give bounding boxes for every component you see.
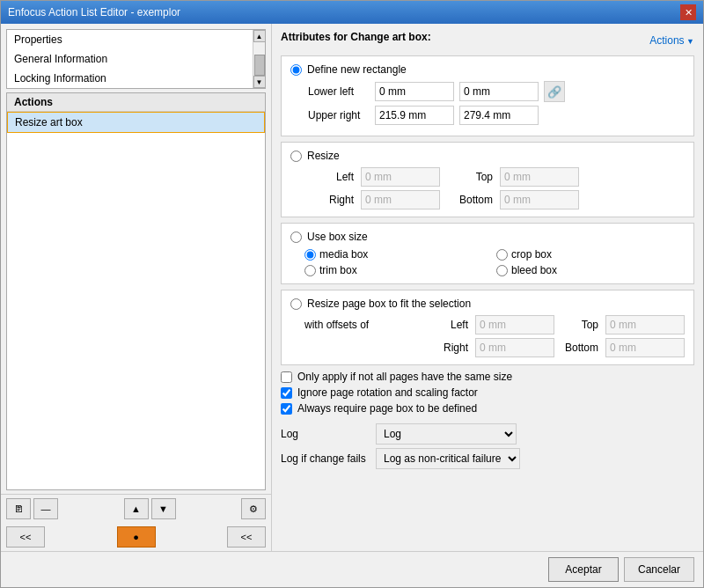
- toolbar-group-right: ⚙: [241, 498, 266, 519]
- upper-right-row: Upper right: [308, 106, 685, 125]
- prop-item-properties[interactable]: Properties: [7, 30, 253, 49]
- log-select[interactable]: Log Ignore Warning Error: [376, 423, 517, 445]
- checkbox-label-0: Only apply if not all pages have the sam…: [297, 371, 512, 383]
- bleed-box-label: bleed box: [511, 264, 557, 276]
- offset-right-label: Right: [428, 342, 472, 354]
- trim-box-option: trim box: [304, 264, 493, 276]
- left-bottom-toolbar: 🖹 — ▲ ▼ ⚙: [1, 494, 271, 523]
- trim-box-label: trim box: [319, 264, 357, 276]
- offset-top-input[interactable]: [605, 315, 685, 334]
- use-box-radio-row: Use box size: [290, 231, 685, 243]
- close-button[interactable]: ✕: [680, 4, 696, 20]
- resize-label: Resize: [307, 150, 340, 162]
- offset-left-label: Left: [428, 319, 472, 331]
- right-panel: Attributes for Change art box: Actions D…: [272, 24, 703, 551]
- resize-right-input[interactable]: [361, 190, 440, 209]
- lower-left-row: Lower left 🔗: [308, 81, 685, 102]
- resize-page-box-section: Resize page box to fit the selection wit…: [281, 290, 694, 365]
- scroll-thumb[interactable]: [254, 55, 265, 76]
- main-content: Properties General Information Locking I…: [1, 24, 703, 551]
- nav-orange-button[interactable]: ●: [117, 526, 156, 548]
- left-panel: Properties General Information Locking I…: [1, 24, 272, 551]
- action-item-resize-art-box[interactable]: Resize art box: [7, 112, 265, 133]
- prop-item-locking[interactable]: Locking Information: [7, 69, 253, 88]
- log-if-fail-row: Log if change fails Log as non-critical …: [281, 448, 694, 469]
- scroll-up-arrow[interactable]: ▲: [253, 30, 266, 42]
- resize-page-radio[interactable]: [290, 298, 302, 310]
- crop-box-label: crop box: [511, 248, 552, 261]
- log-if-fail-label: Log if change fails: [281, 452, 369, 465]
- actions-link[interactable]: Actions: [649, 34, 694, 47]
- toolbar-group-left: 🖹 —: [6, 498, 58, 519]
- checkbox-row-2: Always require page box to be defined: [281, 402, 694, 415]
- right-label: Right: [304, 194, 357, 206]
- top-label: Top: [444, 171, 496, 183]
- title-bar: Enfocus Action List Editor - exemplor ✕: [1, 1, 703, 24]
- trim-box-radio[interactable]: [304, 265, 316, 276]
- lower-left-label: Lower left: [308, 85, 370, 98]
- offset-right-input[interactable]: [475, 338, 554, 357]
- panel-title: Attributes for Change art box:: [281, 31, 431, 43]
- checkbox-0[interactable]: [281, 371, 292, 383]
- upper-right-y-input[interactable]: [459, 106, 539, 125]
- dialog-buttons: Aceptar Cancelar: [1, 551, 703, 587]
- move-down-button[interactable]: ▼: [151, 498, 176, 519]
- use-box-radio[interactable]: [290, 232, 302, 243]
- main-window: Enfocus Action List Editor - exemplor ✕ …: [0, 0, 704, 588]
- define-rect-section: Define new rectangle Lower left 🔗 Upper …: [281, 55, 694, 136]
- box-options: media box crop box trim box bleed b: [304, 248, 685, 276]
- remove-action-button[interactable]: —: [33, 498, 58, 519]
- actions-header: Actions: [7, 93, 265, 112]
- box-radios-grid: media box crop box trim box bleed b: [304, 248, 685, 276]
- move-up-button[interactable]: ▲: [124, 498, 149, 519]
- checkbox-2[interactable]: [281, 403, 292, 415]
- actions-section: Actions Resize art box: [6, 92, 266, 490]
- accept-button[interactable]: Aceptar: [548, 557, 619, 582]
- offset-bottom-input[interactable]: [605, 338, 685, 357]
- left-bottom-nav: << ● <<: [1, 523, 271, 551]
- properties-list: Properties General Information Locking I…: [6, 29, 266, 89]
- lower-left-x-input[interactable]: [375, 82, 454, 101]
- scroll-down-arrow[interactable]: ▼: [253, 76, 266, 88]
- cancel-button[interactable]: Cancelar: [624, 557, 694, 582]
- upper-right-x-input[interactable]: [375, 106, 454, 125]
- resize-section: Resize Left Top Right Bottom: [281, 142, 694, 217]
- define-rect-radio-row: Define new rectangle: [290, 63, 685, 76]
- resize-top-input[interactable]: [500, 167, 579, 187]
- log-label: Log: [281, 428, 369, 440]
- offset-left-input[interactable]: [475, 315, 554, 334]
- settings-button[interactable]: ⚙: [241, 498, 266, 519]
- resize-page-radio-row: Resize page box to fit the selection: [290, 298, 685, 310]
- upper-right-label: Upper right: [308, 109, 370, 121]
- link-icon[interactable]: 🔗: [544, 81, 565, 102]
- crop-box-option: crop box: [496, 248, 685, 261]
- lower-left-y-input[interactable]: [459, 82, 539, 101]
- bottom-label: Bottom: [444, 194, 496, 206]
- offset-section: with offsets of Left Top Right Bottom: [304, 315, 685, 357]
- resize-radio[interactable]: [290, 151, 302, 162]
- toolbar-group-middle: ▲ ▼: [124, 498, 176, 519]
- prop-item-general[interactable]: General Information: [7, 49, 253, 69]
- log-if-fail-select[interactable]: Log as non-critical failure Log as criti…: [376, 448, 520, 469]
- offset-grid: with offsets of Left Top Right Bottom: [304, 315, 685, 357]
- nav-prev-button[interactable]: <<: [6, 526, 45, 548]
- window-title: Enfocus Action List Editor - exemplor: [8, 6, 180, 18]
- checkbox-1[interactable]: [281, 387, 292, 399]
- crop-box-radio[interactable]: [496, 249, 508, 261]
- checkbox-row-0: Only apply if not all pages have the sam…: [281, 371, 694, 383]
- resize-grid: Left Top Right Bottom: [304, 167, 685, 209]
- media-box-radio[interactable]: [304, 249, 316, 261]
- resize-bottom-input[interactable]: [500, 190, 579, 209]
- bleed-box-radio[interactable]: [496, 265, 508, 276]
- resize-radio-row: Resize: [290, 150, 685, 162]
- define-rect-radio[interactable]: [290, 64, 302, 76]
- resize-left-input[interactable]: [361, 167, 440, 187]
- media-box-label: media box: [319, 248, 368, 261]
- nav-next-button[interactable]: <<: [227, 526, 266, 548]
- checkbox-row-1: Ignore page rotation and scaling factor: [281, 386, 694, 399]
- bleed-box-option: bleed box: [496, 264, 685, 276]
- add-action-button[interactable]: 🖹: [6, 498, 31, 519]
- media-box-option: media box: [304, 248, 493, 261]
- use-box-section: Use box size media box crop box: [281, 223, 694, 284]
- offset-top-label: Top: [558, 319, 602, 331]
